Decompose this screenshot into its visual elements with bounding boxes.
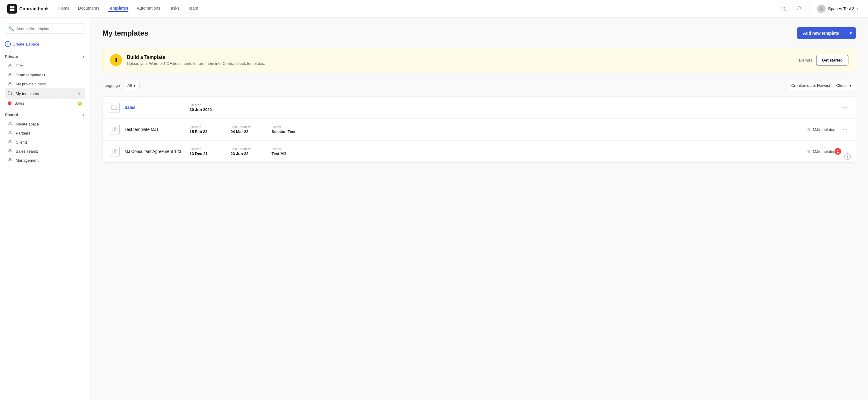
svg-point-17	[10, 149, 11, 150]
shared-section-header: Shared ▲	[5, 113, 85, 117]
logo-icon	[7, 4, 17, 13]
space-name: MJtemplates	[813, 127, 835, 132]
sidebar-item-label: Clients	[16, 140, 82, 144]
user-icon	[8, 73, 13, 77]
updated-date: 23 Jun 22	[230, 151, 267, 156]
nav-divider	[809, 3, 810, 14]
get-started-button[interactable]: Get started	[816, 55, 848, 65]
sidebar-item-dpa[interactable]: DPA	[5, 61, 85, 70]
add-template-button[interactable]: +	[76, 90, 82, 96]
template-meta-owner: Owner Test MJ	[272, 147, 308, 156]
banner-title: Build a Template	[127, 55, 794, 60]
private-section-header: Private ▲	[5, 54, 85, 59]
plus-icon: +	[5, 41, 11, 47]
svg-point-10	[9, 122, 10, 123]
owner-name: Session Test	[272, 130, 308, 134]
sidebar-item-my-templates[interactable]: My templates +	[5, 88, 85, 98]
space-dot	[807, 150, 810, 153]
dot-red-icon	[8, 102, 11, 105]
nav-documents[interactable]: Documents	[78, 6, 99, 12]
notifications-button[interactable]	[794, 3, 805, 14]
svg-point-11	[10, 122, 11, 123]
updated-date: 04 Mar 22	[230, 130, 267, 134]
logo[interactable]: Contractbook	[7, 4, 49, 13]
template-name[interactable]: MJ Consultant Agreement 123	[124, 149, 185, 154]
sidebar-item-team-templates1[interactable]: Team templates1	[5, 70, 85, 79]
filter-left: Language All ▾	[102, 81, 140, 90]
svg-rect-1	[12, 6, 14, 8]
sidebar-item-my-private-space[interactable]: My private Space	[5, 79, 85, 88]
create-space-button[interactable]: + Create a space	[5, 40, 85, 48]
sidebar-item-label: Sales Team2	[16, 149, 82, 153]
sidebar-item-sales[interactable]: Sales 👑	[5, 98, 85, 108]
logo-text: Contractbook	[19, 6, 49, 11]
user-section[interactable]: Spaces Test 3 ▾	[815, 4, 861, 13]
sidebar-item-management[interactable]: Management	[5, 156, 85, 165]
private-section: Private ▲ DPA Team templates1 My priva	[5, 54, 85, 108]
add-btn-arrow-icon: ▾	[845, 27, 856, 39]
owner-name: Test MJ	[272, 151, 308, 156]
nav-team[interactable]: Team	[188, 6, 198, 12]
created-date: 30 Jun 2022	[190, 107, 226, 112]
svg-point-4	[782, 7, 785, 10]
svg-line-5	[785, 10, 786, 11]
template-list: Sales Created: 30 Jun 2022 ··· Test temp…	[102, 96, 856, 163]
sidebar-item-partners[interactable]: Partners	[5, 128, 85, 138]
space-dot	[807, 128, 810, 131]
shared-section-title: Shared	[5, 113, 18, 117]
table-row: Sales Created: 30 Jun 2022 ···	[103, 96, 856, 119]
nav-tasks[interactable]: Tasks	[169, 6, 180, 12]
more-options-button[interactable]: ···	[840, 124, 849, 134]
nav-templates[interactable]: Templates	[108, 6, 128, 12]
sidebar-item-clients[interactable]: Clients	[5, 138, 85, 147]
search-icon: 🔍	[9, 26, 14, 31]
private-section-title: Private	[5, 54, 18, 59]
template-name[interactable]: Test template MJ1	[124, 127, 185, 132]
help-icon[interactable]: ?	[844, 153, 851, 160]
created-date: 15 Feb 22	[190, 130, 226, 134]
banner-subtitle: Upload your Word or PDF documents to tur…	[127, 61, 794, 66]
owner-label: Owner	[272, 125, 308, 129]
sidebar-item-sales-team2[interactable]: Sales Team2	[5, 147, 85, 156]
svg-point-13	[10, 131, 11, 133]
template-meta-created: Created: 30 Jun 2022	[190, 103, 226, 112]
language-filter-select[interactable]: All ▾	[124, 81, 140, 90]
svg-rect-0	[10, 6, 12, 8]
svg-point-18	[9, 159, 10, 160]
dismiss-button[interactable]: Dismiss	[799, 58, 813, 62]
item-actions: 👑	[77, 101, 82, 106]
sidebar-item-label: My private Space	[16, 82, 82, 86]
shared-collapse-button[interactable]: ▲	[82, 113, 85, 117]
sidebar-item-label: DPA	[16, 64, 82, 68]
svg-point-12	[9, 131, 10, 133]
main-content: My templates Add new template ▾ ⬆ Build …	[90, 18, 868, 400]
owner-label: Owner	[272, 147, 308, 151]
crown-icon: 👑	[77, 101, 82, 106]
chevron-down-icon: ▾	[849, 83, 851, 88]
sidebar-item-private-space[interactable]: private space	[5, 119, 85, 128]
nav-home[interactable]: Home	[59, 6, 70, 12]
updated-label: Last updated:	[230, 125, 267, 129]
svg-rect-3	[12, 9, 14, 11]
doc-icon	[109, 124, 120, 135]
chevron-down-icon: ▾	[133, 83, 135, 88]
template-name[interactable]: Sales	[124, 105, 185, 110]
template-meta-owner: Owner Session Test	[272, 125, 308, 134]
created-date: 13 Dec 21	[190, 151, 226, 156]
avatar	[817, 4, 826, 13]
search-input[interactable]	[16, 27, 82, 31]
item-actions: +	[76, 90, 82, 96]
created-label: Created:	[190, 103, 226, 107]
template-space: MJtemplates	[807, 149, 835, 154]
sort-select[interactable]: Creation date: Newest → Oldest ▾	[787, 81, 856, 90]
users-icon	[8, 121, 13, 126]
search-button[interactable]	[778, 3, 789, 14]
add-new-template-button[interactable]: Add new template ▾	[797, 27, 856, 39]
search-box[interactable]: 🔍	[5, 24, 85, 34]
sidebar-item-label: My templates	[16, 91, 73, 96]
private-collapse-button[interactable]: ▲	[82, 55, 85, 59]
sort-label: Creation date: Newest → Oldest	[792, 83, 847, 88]
more-options-button[interactable]: ···	[840, 103, 849, 112]
nav-automations[interactable]: Automations	[137, 6, 160, 12]
main-header: My templates Add new template ▾	[102, 27, 856, 39]
